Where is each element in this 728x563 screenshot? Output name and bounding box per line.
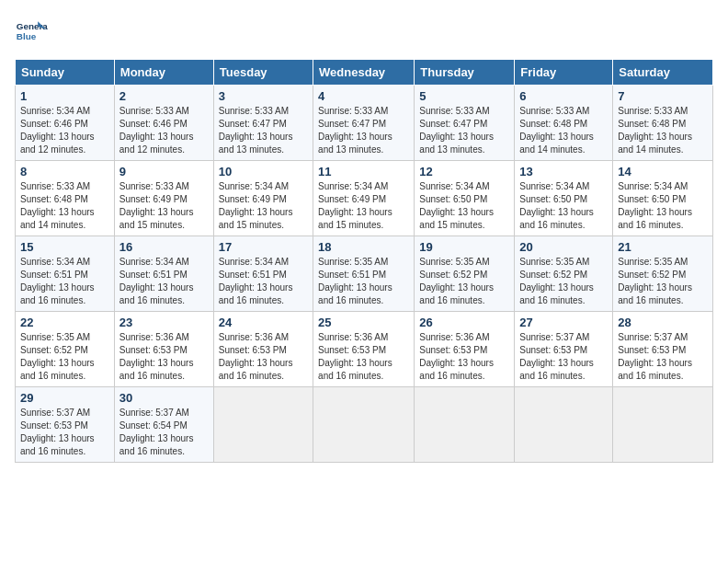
day-number: 1 <box>20 89 109 103</box>
day-detail: Sunrise: 5:37 AMSunset: 6:53 PMDaylight:… <box>519 332 594 381</box>
day-number: 24 <box>219 316 308 329</box>
day-number: 3 <box>219 89 308 103</box>
day-number: 28 <box>618 316 708 329</box>
day-number: 2 <box>119 89 209 103</box>
calendar-cell: 28 Sunrise: 5:37 AMSunset: 6:53 PMDaylig… <box>613 312 713 387</box>
day-detail: Sunrise: 5:33 AMSunset: 6:49 PMDaylight:… <box>119 181 194 230</box>
calendar-cell: 14 Sunrise: 5:34 AMSunset: 6:50 PMDaylig… <box>613 161 713 236</box>
calendar-cell: 8 Sunrise: 5:33 AMSunset: 6:48 PMDayligh… <box>16 161 115 236</box>
day-number: 30 <box>119 391 209 405</box>
day-detail: Sunrise: 5:35 AMSunset: 6:52 PMDaylight:… <box>519 257 594 305</box>
calendar-cell <box>313 387 415 463</box>
calendar-cell: 3 Sunrise: 5:33 AMSunset: 6:47 PMDayligh… <box>213 86 313 161</box>
calendar-cell: 21 Sunrise: 5:35 AMSunset: 6:52 PMDaylig… <box>613 236 713 312</box>
weekday-header-row: SundayMondayTuesdayWednesdayThursdayFrid… <box>16 60 713 86</box>
calendar-cell: 16 Sunrise: 5:34 AMSunset: 6:51 PMDaylig… <box>114 236 213 312</box>
day-detail: Sunrise: 5:35 AMSunset: 6:52 PMDaylight:… <box>20 332 95 381</box>
day-number: 9 <box>119 165 209 178</box>
calendar-cell: 11 Sunrise: 5:34 AMSunset: 6:49 PMDaylig… <box>313 161 415 236</box>
day-detail: Sunrise: 5:33 AMSunset: 6:48 PMDaylight:… <box>618 106 692 155</box>
calendar-cell: 19 Sunrise: 5:35 AMSunset: 6:52 PMDaylig… <box>415 236 515 312</box>
day-detail: Sunrise: 5:35 AMSunset: 6:52 PMDaylight:… <box>419 257 494 305</box>
day-number: 19 <box>419 240 509 254</box>
calendar-cell: 2 Sunrise: 5:33 AMSunset: 6:46 PMDayligh… <box>114 86 213 161</box>
day-detail: Sunrise: 5:34 AMSunset: 6:50 PMDaylight:… <box>519 181 594 230</box>
day-number: 18 <box>318 240 409 254</box>
calendar-cell: 15 Sunrise: 5:34 AMSunset: 6:51 PMDaylig… <box>16 236 115 312</box>
calendar-cell: 24 Sunrise: 5:36 AMSunset: 6:53 PMDaylig… <box>213 312 313 387</box>
day-detail: Sunrise: 5:36 AMSunset: 6:53 PMDaylight:… <box>318 332 392 381</box>
calendar-week-row: 15 Sunrise: 5:34 AMSunset: 6:51 PMDaylig… <box>16 236 713 312</box>
calendar-cell: 22 Sunrise: 5:35 AMSunset: 6:52 PMDaylig… <box>16 312 115 387</box>
day-detail: Sunrise: 5:34 AMSunset: 6:49 PMDaylight:… <box>318 181 392 230</box>
day-detail: Sunrise: 5:34 AMSunset: 6:50 PMDaylight:… <box>419 181 494 230</box>
day-detail: Sunrise: 5:35 AMSunset: 6:52 PMDaylight:… <box>618 257 692 305</box>
day-number: 7 <box>618 89 708 103</box>
day-number: 20 <box>519 240 608 254</box>
calendar-cell: 20 Sunrise: 5:35 AMSunset: 6:52 PMDaylig… <box>515 236 613 312</box>
calendar-cell: 12 Sunrise: 5:34 AMSunset: 6:50 PMDaylig… <box>415 161 515 236</box>
weekday-header: Tuesday <box>213 60 313 86</box>
calendar-cell: 10 Sunrise: 5:34 AMSunset: 6:49 PMDaylig… <box>213 161 313 236</box>
weekday-header: Saturday <box>613 60 713 86</box>
weekday-header: Sunday <box>16 60 115 86</box>
day-detail: Sunrise: 5:34 AMSunset: 6:50 PMDaylight:… <box>618 181 692 230</box>
day-detail: Sunrise: 5:33 AMSunset: 6:46 PMDaylight:… <box>119 106 194 155</box>
calendar-cell: 25 Sunrise: 5:36 AMSunset: 6:53 PMDaylig… <box>313 312 415 387</box>
calendar-cell: 1 Sunrise: 5:34 AMSunset: 6:46 PMDayligh… <box>16 86 115 161</box>
day-number: 11 <box>318 165 409 178</box>
svg-text:Blue: Blue <box>17 31 37 41</box>
calendar-cell: 29 Sunrise: 5:37 AMSunset: 6:53 PMDaylig… <box>16 387 115 463</box>
day-detail: Sunrise: 5:34 AMSunset: 6:46 PMDaylight:… <box>20 106 95 155</box>
day-detail: Sunrise: 5:33 AMSunset: 6:47 PMDaylight:… <box>318 106 392 155</box>
day-number: 4 <box>318 89 409 103</box>
calendar-header: General Blue <box>15 15 713 48</box>
weekday-header: Friday <box>515 60 613 86</box>
day-number: 27 <box>519 316 608 329</box>
day-number: 12 <box>419 165 509 178</box>
calendar-table: SundayMondayTuesdayWednesdayThursdayFrid… <box>15 59 713 463</box>
day-number: 5 <box>419 89 509 103</box>
day-detail: Sunrise: 5:35 AMSunset: 6:51 PMDaylight:… <box>318 257 392 305</box>
day-number: 6 <box>519 89 608 103</box>
calendar-cell: 9 Sunrise: 5:33 AMSunset: 6:49 PMDayligh… <box>114 161 213 236</box>
day-number: 13 <box>519 165 608 178</box>
day-detail: Sunrise: 5:33 AMSunset: 6:47 PMDaylight:… <box>419 106 494 155</box>
day-number: 22 <box>20 316 109 329</box>
calendar-cell: 4 Sunrise: 5:33 AMSunset: 6:47 PMDayligh… <box>313 86 415 161</box>
calendar-cell <box>515 387 613 463</box>
weekday-header: Monday <box>114 60 213 86</box>
day-detail: Sunrise: 5:37 AMSunset: 6:53 PMDaylight:… <box>618 332 692 381</box>
calendar-cell <box>213 387 313 463</box>
day-detail: Sunrise: 5:36 AMSunset: 6:53 PMDaylight:… <box>219 332 293 381</box>
calendar-cell: 27 Sunrise: 5:37 AMSunset: 6:53 PMDaylig… <box>515 312 613 387</box>
calendar-week-row: 8 Sunrise: 5:33 AMSunset: 6:48 PMDayligh… <box>16 161 713 236</box>
day-detail: Sunrise: 5:33 AMSunset: 6:47 PMDaylight:… <box>219 106 293 155</box>
day-detail: Sunrise: 5:33 AMSunset: 6:48 PMDaylight:… <box>519 106 594 155</box>
weekday-header: Wednesday <box>313 60 415 86</box>
calendar-cell: 17 Sunrise: 5:34 AMSunset: 6:51 PMDaylig… <box>213 236 313 312</box>
calendar-cell: 18 Sunrise: 5:35 AMSunset: 6:51 PMDaylig… <box>313 236 415 312</box>
day-detail: Sunrise: 5:36 AMSunset: 6:53 PMDaylight:… <box>119 332 194 381</box>
weekday-header: Thursday <box>415 60 515 86</box>
svg-text:General: General <box>17 21 48 31</box>
day-detail: Sunrise: 5:34 AMSunset: 6:51 PMDaylight:… <box>20 257 95 305</box>
calendar-week-row: 1 Sunrise: 5:34 AMSunset: 6:46 PMDayligh… <box>16 86 713 161</box>
calendar-cell <box>415 387 515 463</box>
day-number: 25 <box>318 316 409 329</box>
calendar-cell: 30 Sunrise: 5:37 AMSunset: 6:54 PMDaylig… <box>114 387 213 463</box>
day-detail: Sunrise: 5:37 AMSunset: 6:53 PMDaylight:… <box>20 408 95 456</box>
calendar-cell: 23 Sunrise: 5:36 AMSunset: 6:53 PMDaylig… <box>114 312 213 387</box>
calendar-cell: 6 Sunrise: 5:33 AMSunset: 6:48 PMDayligh… <box>515 86 613 161</box>
day-number: 23 <box>119 316 209 329</box>
calendar-cell: 7 Sunrise: 5:33 AMSunset: 6:48 PMDayligh… <box>613 86 713 161</box>
calendar-week-row: 29 Sunrise: 5:37 AMSunset: 6:53 PMDaylig… <box>16 387 713 463</box>
day-number: 29 <box>20 391 109 405</box>
day-number: 16 <box>119 240 209 254</box>
day-number: 14 <box>618 165 708 178</box>
logo-icon: General Blue <box>15 15 48 48</box>
calendar-cell <box>613 387 713 463</box>
calendar-cell: 13 Sunrise: 5:34 AMSunset: 6:50 PMDaylig… <box>515 161 613 236</box>
day-detail: Sunrise: 5:34 AMSunset: 6:49 PMDaylight:… <box>219 181 293 230</box>
day-number: 15 <box>20 240 109 254</box>
